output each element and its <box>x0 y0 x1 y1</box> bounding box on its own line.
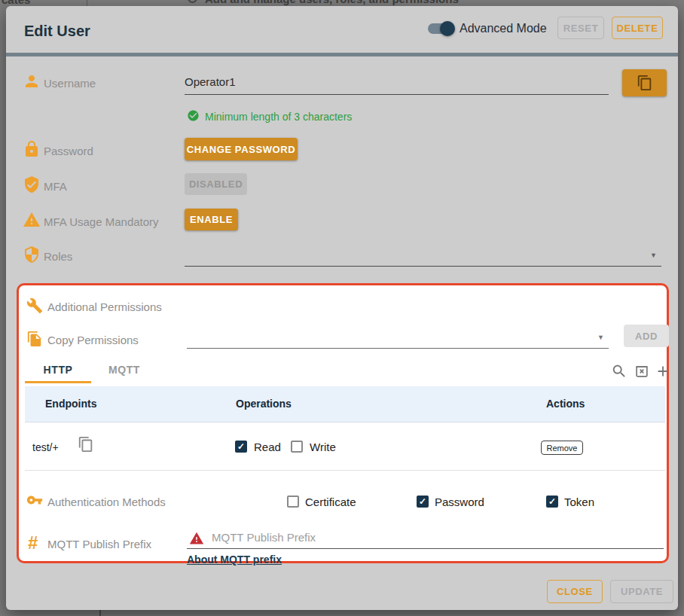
change-password-button[interactable]: CHANGE PASSWORD <box>185 138 298 160</box>
chevron-down-icon: ▼ <box>597 334 604 341</box>
backdrop-description: Add and manage users, roles, and permiss… <box>205 0 459 5</box>
add-permission-button[interactable]: ADD <box>624 325 669 347</box>
copy-icon <box>637 75 653 91</box>
copy-permissions-label: Copy Permissions <box>47 334 139 346</box>
delete-button[interactable]: DELETE <box>612 17 663 39</box>
column-header-operations: Operations <box>236 398 292 410</box>
warning-icon <box>23 211 41 229</box>
header-divider <box>6 53 678 56</box>
copy-file-icon <box>26 331 43 347</box>
certificate-label: Certificate <box>305 496 356 508</box>
tab-mqtt[interactable]: MQTT <box>91 359 157 380</box>
backdrop-partial-text: cates <box>2 0 30 6</box>
edit-user-dialog: Edit User Advanced Mode RESET DELETE Use… <box>6 6 678 610</box>
additional-permissions-title: Additional Permissions <box>47 300 162 313</box>
copy-username-button[interactable] <box>622 69 667 96</box>
mfa-mandatory-label: MFA Usage Mandatory <box>44 215 159 228</box>
info-icon <box>188 0 197 3</box>
mfa-label: MFA <box>44 180 67 193</box>
add-endpoint-icon[interactable] <box>655 363 671 380</box>
backdrop-divider <box>87 0 87 6</box>
password-checkbox[interactable]: ✓ <box>417 496 429 508</box>
copy-permissions-underline <box>187 348 609 349</box>
lock-icon <box>23 140 41 158</box>
copy-permissions-select[interactable]: ▼ <box>187 328 609 349</box>
dialog-title: Edit User <box>24 23 90 40</box>
delete-all-icon[interactable] <box>634 363 650 380</box>
read-label: Read <box>254 441 281 453</box>
wrench-icon <box>26 297 43 314</box>
advanced-mode-toggle[interactable] <box>428 21 455 36</box>
check-circle-icon <box>187 109 200 122</box>
backdrop-sidebar-edge <box>99 610 101 616</box>
search-icon[interactable] <box>611 363 628 380</box>
column-header-actions: Actions <box>546 398 585 410</box>
password-label: Password <box>44 145 93 157</box>
update-button[interactable]: UPDATE <box>610 580 673 603</box>
read-checkbox[interactable]: ✓ <box>235 441 247 453</box>
about-mqtt-prefix-link[interactable]: About MQTT prefix <box>187 553 282 566</box>
tab-http[interactable]: HTTP <box>25 359 91 380</box>
roles-select[interactable]: ▼ <box>185 245 661 267</box>
remove-button[interactable]: Remove <box>541 441 583 455</box>
chevron-down-icon: ▼ <box>650 252 657 259</box>
username-helper-text: Minimum length of 3 characters <box>205 111 352 123</box>
screen: cates Add and manage users, roles, and p… <box>0 0 684 616</box>
mfa-status-button[interactable]: DISABLED <box>185 173 247 195</box>
username-underline <box>185 94 609 95</box>
copy-endpoint-icon[interactable] <box>78 436 94 453</box>
username-input[interactable] <box>185 75 606 88</box>
advanced-mode-label: Advanced Mode <box>460 22 547 35</box>
toggle-knob <box>440 21 455 36</box>
mqtt-prefix-label: MQTT Publish Prefix <box>47 538 151 550</box>
mqtt-prefix-underline <box>187 548 664 549</box>
mfa-enable-button[interactable]: ENABLE <box>185 209 238 230</box>
key-icon <box>26 492 43 508</box>
roles-label: Roles <box>44 250 72 263</box>
error-warning-icon <box>189 531 204 546</box>
additional-permissions-section: Additional Permissions Copy Permissions … <box>17 283 669 563</box>
table-row: test/+ ✓ Read Write Remove <box>25 422 665 471</box>
password-method-label: Password <box>435 496 484 508</box>
roles-underline <box>185 266 661 267</box>
token-label: Token <box>564 496 594 508</box>
write-checkbox[interactable] <box>291 441 303 453</box>
auth-methods-label: Authentication Methods <box>47 496 166 508</box>
table-header-row: Endpoints Operations Actions <box>25 386 665 422</box>
write-label: Write <box>310 441 336 453</box>
endpoint-value: test/+ <box>32 441 59 453</box>
person-icon <box>23 72 41 90</box>
active-tab-indicator <box>25 381 91 383</box>
token-checkbox[interactable]: ✓ <box>546 496 558 508</box>
certificate-checkbox[interactable] <box>287 496 299 508</box>
reset-button[interactable]: RESET <box>557 17 604 39</box>
shield-icon <box>23 245 41 264</box>
username-label: Username <box>44 77 96 90</box>
shield-check-icon <box>23 175 41 194</box>
close-button[interactable]: CLOSE <box>547 580 603 603</box>
mqtt-prefix-input[interactable] <box>212 531 513 544</box>
hash-icon: # <box>28 534 38 552</box>
column-header-endpoints: Endpoints <box>45 398 96 410</box>
